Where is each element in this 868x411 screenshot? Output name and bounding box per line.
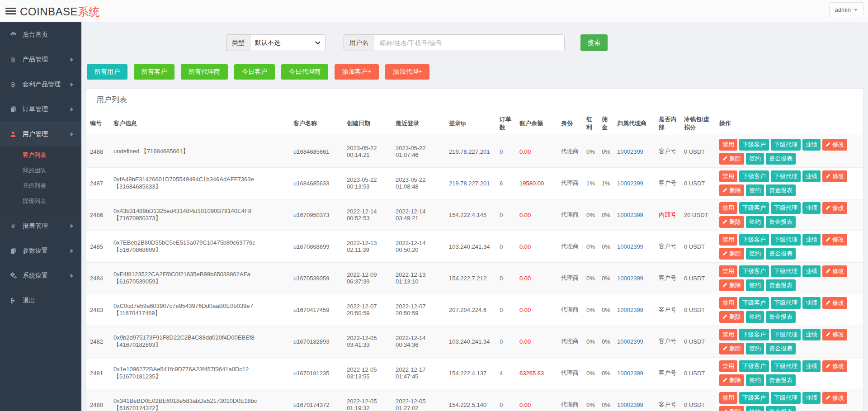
sidebar-item-withdraw-list[interactable]: 提现列表 bbox=[0, 194, 81, 209]
type-filter-select[interactable]: 默认不选 bbox=[250, 34, 326, 51]
delete-button[interactable]: 删除 bbox=[719, 216, 744, 228]
edit-button[interactable]: 修改 bbox=[822, 139, 847, 151]
sidebar-item-products[interactable]: ฿ 产品管理 bbox=[0, 47, 81, 72]
sub-agents-button[interactable]: 下级代理 bbox=[771, 234, 801, 246]
edit-button[interactable]: 修改 bbox=[822, 392, 847, 404]
sign-button[interactable]: 签约 bbox=[746, 184, 764, 196]
fund-report-button[interactable]: 资金报表 bbox=[766, 279, 796, 291]
edit-button[interactable]: 修改 bbox=[822, 170, 847, 182]
performance-button[interactable]: 业绩 bbox=[802, 234, 821, 246]
fund-report-button[interactable]: 资金报表 bbox=[766, 153, 796, 165]
fund-report-button[interactable]: 资金报表 bbox=[766, 343, 796, 354]
sidebar-item-orders[interactable]: 订单管理 bbox=[0, 97, 81, 122]
performance-button[interactable]: 业绩 bbox=[802, 329, 821, 340]
username-search-input[interactable] bbox=[374, 34, 565, 51]
edit-button[interactable]: 修改 bbox=[822, 234, 847, 246]
today-customers-button[interactable]: 今日客户 bbox=[234, 64, 275, 80]
sub-agents-button[interactable]: 下级代理 bbox=[771, 202, 801, 214]
agent-link[interactable]: 10002399 bbox=[617, 338, 643, 345]
sign-button[interactable]: 签约 bbox=[746, 216, 764, 228]
sub-customers-button[interactable]: 下级客户 bbox=[739, 139, 769, 151]
sign-button[interactable]: 签约 bbox=[746, 343, 764, 354]
all-agents-button[interactable]: 所有代理商 bbox=[181, 64, 228, 80]
disable-button[interactable]: 禁用 bbox=[719, 202, 737, 214]
add-customer-button[interactable]: 添加客户+ bbox=[335, 64, 379, 80]
disable-button[interactable]: 禁用 bbox=[719, 234, 737, 246]
sidebar-item-recharge-list[interactable]: 充值列表 bbox=[0, 178, 81, 194]
sidebar-item-logout[interactable]: 退出 bbox=[0, 288, 81, 313]
delete-button[interactable]: 删除 bbox=[719, 406, 744, 411]
fund-report-button[interactable]: 资金报表 bbox=[766, 248, 796, 260]
sidebar-item-my-team[interactable]: 我的团队 bbox=[0, 163, 81, 178]
sign-button[interactable]: 签约 bbox=[746, 374, 764, 386]
performance-button[interactable]: 业绩 bbox=[802, 265, 821, 277]
disable-button[interactable]: 禁用 bbox=[719, 329, 737, 340]
sidebar-item-dashboard[interactable]: 后台首页 bbox=[0, 22, 81, 47]
sub-customers-button[interactable]: 下级客户 bbox=[739, 392, 769, 404]
performance-button[interactable]: 业绩 bbox=[802, 170, 821, 182]
sub-agents-button[interactable]: 下级代理 bbox=[771, 265, 801, 277]
disable-button[interactable]: 禁用 bbox=[719, 392, 737, 404]
sub-customers-button[interactable]: 下级客户 bbox=[739, 234, 769, 246]
sign-button[interactable]: 签约 bbox=[746, 153, 764, 165]
agent-link[interactable]: 10002399 bbox=[617, 180, 643, 187]
sub-agents-button[interactable]: 下级代理 bbox=[771, 139, 801, 151]
fund-report-button[interactable]: 资金报表 bbox=[766, 374, 796, 386]
disable-button[interactable]: 禁用 bbox=[719, 297, 737, 309]
user-menu-dropdown[interactable]: admin bbox=[829, 2, 863, 17]
sidebar-item-parameters[interactable]: 参数设置 bbox=[0, 238, 81, 263]
sidebar-item-users[interactable]: 用户管理 bbox=[0, 122, 81, 146]
all-customers-button[interactable]: 所有客户 bbox=[134, 64, 175, 80]
sign-button[interactable]: 签约 bbox=[746, 311, 764, 323]
edit-button[interactable]: 修改 bbox=[822, 265, 847, 277]
agent-link[interactable]: 10002399 bbox=[617, 148, 643, 155]
agent-link[interactable]: 10002399 bbox=[617, 370, 643, 377]
edit-button[interactable]: 修改 bbox=[822, 202, 847, 214]
sub-customers-button[interactable]: 下级客户 bbox=[739, 265, 769, 277]
sub-agents-button[interactable]: 下级代理 bbox=[771, 329, 801, 340]
fund-report-button[interactable]: 资金报表 bbox=[766, 184, 796, 196]
sub-customers-button[interactable]: 下级客户 bbox=[739, 329, 769, 340]
delete-button[interactable]: 删除 bbox=[719, 248, 744, 260]
sub-customers-button[interactable]: 下级客户 bbox=[739, 297, 769, 309]
sidebar-item-system-settings[interactable]: 系统设置 bbox=[0, 263, 81, 288]
agent-link[interactable]: 10002399 bbox=[617, 212, 643, 218]
sub-customers-button[interactable]: 下级客户 bbox=[739, 202, 769, 214]
disable-button[interactable]: 禁用 bbox=[719, 139, 737, 151]
performance-button[interactable]: 业绩 bbox=[802, 202, 821, 214]
all-users-button[interactable]: 所有用户 bbox=[87, 64, 127, 80]
edit-button[interactable]: 修改 bbox=[822, 297, 847, 309]
performance-button[interactable]: 业绩 bbox=[802, 139, 821, 151]
sub-customers-button[interactable]: 下级客户 bbox=[739, 170, 769, 182]
disable-button[interactable]: 禁用 bbox=[719, 360, 737, 372]
search-button[interactable]: 搜索 bbox=[580, 34, 608, 51]
performance-button[interactable]: 业绩 bbox=[802, 360, 821, 372]
sidebar-item-reports[interactable]: ¥ 报表管理 bbox=[0, 213, 81, 238]
agent-link[interactable]: 10002399 bbox=[617, 307, 643, 313]
sign-button[interactable]: 签约 bbox=[746, 248, 764, 260]
disable-button[interactable]: 禁用 bbox=[719, 170, 737, 182]
delete-button[interactable]: 删除 bbox=[719, 374, 744, 386]
sub-agents-button[interactable]: 下级代理 bbox=[771, 170, 801, 182]
sub-agents-button[interactable]: 下级代理 bbox=[771, 360, 801, 372]
sub-customers-button[interactable]: 下级客户 bbox=[739, 360, 769, 372]
disable-button[interactable]: 禁用 bbox=[719, 265, 737, 277]
fund-report-button[interactable]: 资金报表 bbox=[766, 216, 796, 228]
edit-button[interactable]: 修改 bbox=[822, 360, 847, 372]
fund-report-button[interactable]: 资金报表 bbox=[766, 311, 796, 323]
sign-button[interactable]: 签约 bbox=[746, 279, 764, 291]
agent-link[interactable]: 10002399 bbox=[617, 275, 643, 282]
delete-button[interactable]: 删除 bbox=[719, 279, 744, 291]
performance-button[interactable]: 业绩 bbox=[802, 392, 821, 404]
delete-button[interactable]: 删除 bbox=[719, 153, 744, 165]
hamburger-menu-icon[interactable] bbox=[5, 6, 16, 15]
agent-link[interactable]: 10002399 bbox=[617, 243, 643, 250]
delete-button[interactable]: 删除 bbox=[719, 343, 744, 354]
delete-button[interactable]: 删除 bbox=[719, 184, 744, 196]
sub-agents-button[interactable]: 下级代理 bbox=[771, 392, 801, 404]
performance-button[interactable]: 业绩 bbox=[802, 297, 821, 309]
add-agent-button[interactable]: 添加代理+ bbox=[385, 64, 429, 80]
sub-agents-button[interactable]: 下级代理 bbox=[771, 297, 801, 309]
sidebar-item-arbitrage-products[interactable]: ฿ 套利产品管理 bbox=[0, 72, 81, 97]
delete-button[interactable]: 删除 bbox=[719, 311, 744, 323]
